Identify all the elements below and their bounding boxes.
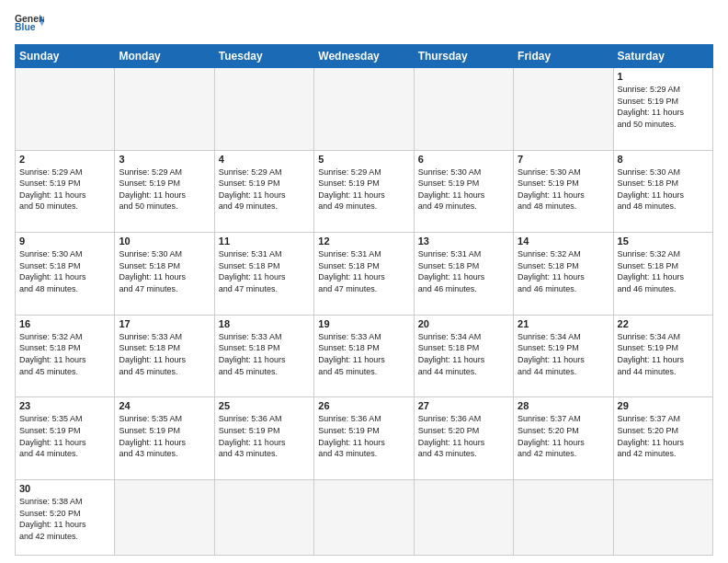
day-cell: 18Sunrise: 5:33 AM Sunset: 5:18 PM Dayli…	[214, 315, 313, 397]
day-info: Sunrise: 5:30 AM Sunset: 5:18 PM Dayligh…	[119, 248, 210, 294]
day-number: 20	[418, 318, 509, 329]
day-info: Sunrise: 5:30 AM Sunset: 5:19 PM Dayligh…	[518, 167, 609, 213]
svg-text:Blue: Blue	[15, 22, 36, 32]
day-number: 23	[19, 400, 110, 411]
day-cell	[115, 68, 214, 151]
day-info: Sunrise: 5:38 AM Sunset: 5:20 PM Dayligh…	[19, 496, 110, 542]
day-cell	[214, 68, 313, 151]
day-cell: 17Sunrise: 5:33 AM Sunset: 5:18 PM Dayli…	[115, 315, 214, 397]
header-row: SundayMondayTuesdayWednesdayThursdayFrid…	[16, 45, 713, 68]
day-cell: 24Sunrise: 5:35 AM Sunset: 5:19 PM Dayli…	[115, 397, 214, 480]
day-cell: 4Sunrise: 5:29 AM Sunset: 5:19 PM Daylig…	[214, 150, 313, 233]
day-cell	[214, 479, 313, 555]
day-cell	[414, 68, 513, 151]
week-row-2: 2Sunrise: 5:29 AM Sunset: 5:19 PM Daylig…	[16, 150, 713, 233]
day-cell: 9Sunrise: 5:30 AM Sunset: 5:18 PM Daylig…	[16, 233, 115, 316]
day-cell	[514, 479, 613, 555]
day-number: 6	[418, 154, 509, 165]
day-cell: 12Sunrise: 5:31 AM Sunset: 5:18 PM Dayli…	[314, 233, 414, 316]
day-info: Sunrise: 5:36 AM Sunset: 5:19 PM Dayligh…	[219, 413, 310, 459]
day-cell	[514, 68, 613, 151]
day-info: Sunrise: 5:29 AM Sunset: 5:19 PM Dayligh…	[219, 167, 310, 213]
day-info: Sunrise: 5:30 AM Sunset: 5:19 PM Dayligh…	[418, 167, 509, 213]
day-cell	[16, 68, 115, 151]
day-cell: 28Sunrise: 5:37 AM Sunset: 5:20 PM Dayli…	[514, 397, 613, 480]
day-info: Sunrise: 5:34 AM Sunset: 5:19 PM Dayligh…	[618, 331, 709, 377]
day-info: Sunrise: 5:36 AM Sunset: 5:20 PM Dayligh…	[418, 413, 509, 459]
page: General Blue SundayMondayTuesdayWednesda…	[0, 0, 728, 563]
day-info: Sunrise: 5:31 AM Sunset: 5:18 PM Dayligh…	[219, 248, 310, 294]
day-info: Sunrise: 5:29 AM Sunset: 5:19 PM Dayligh…	[19, 167, 110, 213]
day-cell: 30Sunrise: 5:38 AM Sunset: 5:20 PM Dayli…	[16, 479, 115, 555]
day-number: 2	[19, 154, 110, 165]
day-number: 21	[518, 318, 609, 329]
day-cell: 19Sunrise: 5:33 AM Sunset: 5:18 PM Dayli…	[314, 315, 414, 397]
week-row-4: 16Sunrise: 5:32 AM Sunset: 5:18 PM Dayli…	[16, 315, 713, 397]
day-cell	[115, 479, 214, 555]
col-header-monday: Monday	[115, 45, 214, 68]
day-number: 22	[618, 318, 709, 329]
day-number: 30	[19, 483, 110, 494]
day-cell: 7Sunrise: 5:30 AM Sunset: 5:19 PM Daylig…	[514, 150, 613, 233]
day-info: Sunrise: 5:29 AM Sunset: 5:19 PM Dayligh…	[618, 84, 709, 130]
day-cell: 8Sunrise: 5:30 AM Sunset: 5:18 PM Daylig…	[613, 150, 712, 233]
col-header-thursday: Thursday	[414, 45, 513, 68]
day-cell: 14Sunrise: 5:32 AM Sunset: 5:18 PM Dayli…	[514, 233, 613, 316]
day-cell: 15Sunrise: 5:32 AM Sunset: 5:18 PM Dayli…	[613, 233, 712, 316]
day-info: Sunrise: 5:33 AM Sunset: 5:18 PM Dayligh…	[219, 331, 310, 377]
day-info: Sunrise: 5:37 AM Sunset: 5:20 PM Dayligh…	[518, 413, 609, 459]
col-header-sunday: Sunday	[16, 45, 115, 68]
header: General Blue	[15, 11, 713, 37]
day-info: Sunrise: 5:33 AM Sunset: 5:18 PM Dayligh…	[318, 331, 409, 377]
day-cell: 5Sunrise: 5:29 AM Sunset: 5:19 PM Daylig…	[314, 150, 414, 233]
week-row-6: 30Sunrise: 5:38 AM Sunset: 5:20 PM Dayli…	[16, 479, 713, 555]
col-header-friday: Friday	[514, 45, 613, 68]
day-number: 12	[318, 236, 409, 247]
day-number: 29	[618, 400, 709, 411]
day-info: Sunrise: 5:33 AM Sunset: 5:18 PM Dayligh…	[119, 331, 210, 377]
day-info: Sunrise: 5:32 AM Sunset: 5:18 PM Dayligh…	[518, 248, 609, 294]
day-cell: 25Sunrise: 5:36 AM Sunset: 5:19 PM Dayli…	[214, 397, 313, 480]
day-cell: 20Sunrise: 5:34 AM Sunset: 5:18 PM Dayli…	[414, 315, 513, 397]
day-number: 27	[418, 400, 509, 411]
day-cell	[414, 479, 513, 555]
day-info: Sunrise: 5:30 AM Sunset: 5:18 PM Dayligh…	[618, 167, 709, 213]
day-info: Sunrise: 5:34 AM Sunset: 5:18 PM Dayligh…	[418, 331, 509, 377]
day-number: 10	[119, 236, 210, 247]
day-cell: 6Sunrise: 5:30 AM Sunset: 5:19 PM Daylig…	[414, 150, 513, 233]
day-cell: 29Sunrise: 5:37 AM Sunset: 5:20 PM Dayli…	[613, 397, 712, 480]
day-info: Sunrise: 5:32 AM Sunset: 5:18 PM Dayligh…	[618, 248, 709, 294]
day-number: 9	[19, 236, 110, 247]
day-number: 16	[19, 318, 110, 329]
col-header-tuesday: Tuesday	[214, 45, 313, 68]
day-cell: 2Sunrise: 5:29 AM Sunset: 5:19 PM Daylig…	[16, 150, 115, 233]
day-cell: 23Sunrise: 5:35 AM Sunset: 5:19 PM Dayli…	[16, 397, 115, 480]
col-header-wednesday: Wednesday	[314, 45, 414, 68]
day-cell: 11Sunrise: 5:31 AM Sunset: 5:18 PM Dayli…	[214, 233, 313, 316]
day-info: Sunrise: 5:32 AM Sunset: 5:18 PM Dayligh…	[19, 331, 110, 377]
day-number: 15	[618, 236, 709, 247]
day-info: Sunrise: 5:30 AM Sunset: 5:18 PM Dayligh…	[19, 248, 110, 294]
day-info: Sunrise: 5:35 AM Sunset: 5:19 PM Dayligh…	[19, 413, 110, 459]
week-row-3: 9Sunrise: 5:30 AM Sunset: 5:18 PM Daylig…	[16, 233, 713, 316]
day-number: 1	[618, 71, 709, 82]
day-cell	[314, 68, 414, 151]
day-info: Sunrise: 5:29 AM Sunset: 5:19 PM Dayligh…	[119, 167, 210, 213]
day-number: 11	[219, 236, 310, 247]
day-cell: 26Sunrise: 5:36 AM Sunset: 5:19 PM Dayli…	[314, 397, 414, 480]
day-cell: 16Sunrise: 5:32 AM Sunset: 5:18 PM Dayli…	[16, 315, 115, 397]
day-info: Sunrise: 5:36 AM Sunset: 5:19 PM Dayligh…	[318, 413, 409, 459]
day-info: Sunrise: 5:35 AM Sunset: 5:19 PM Dayligh…	[119, 413, 210, 459]
logo-icon: General Blue	[15, 11, 44, 37]
day-number: 28	[518, 400, 609, 411]
day-info: Sunrise: 5:37 AM Sunset: 5:20 PM Dayligh…	[618, 413, 709, 459]
day-number: 8	[618, 154, 709, 165]
day-number: 13	[418, 236, 509, 247]
day-cell: 3Sunrise: 5:29 AM Sunset: 5:19 PM Daylig…	[115, 150, 214, 233]
week-row-1: 1Sunrise: 5:29 AM Sunset: 5:19 PM Daylig…	[16, 68, 713, 151]
day-info: Sunrise: 5:29 AM Sunset: 5:19 PM Dayligh…	[318, 167, 409, 213]
calendar-table: SundayMondayTuesdayWednesdayThursdayFrid…	[15, 44, 713, 556]
day-number: 7	[518, 154, 609, 165]
day-cell: 22Sunrise: 5:34 AM Sunset: 5:19 PM Dayli…	[613, 315, 712, 397]
day-cell: 27Sunrise: 5:36 AM Sunset: 5:20 PM Dayli…	[414, 397, 513, 480]
